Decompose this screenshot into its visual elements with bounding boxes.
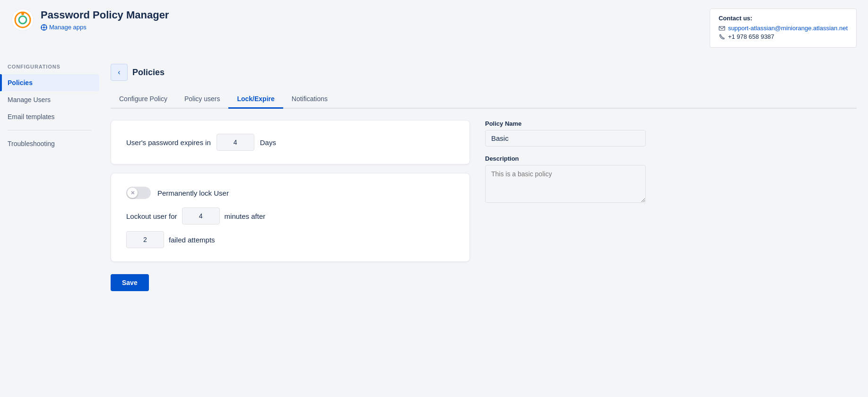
toggle-x-icon: ✕	[130, 190, 135, 196]
description-label: Description	[485, 155, 646, 162]
sidebar-item-troubleshooting-label: Troubleshooting	[8, 140, 55, 147]
back-arrow-icon: ‹	[118, 68, 120, 77]
expire-card: User's password expires in Days	[111, 120, 470, 164]
app-logo-icon	[11, 9, 34, 31]
lockout-card: ✕ Permanently lock User Lockout user for…	[111, 173, 470, 262]
svg-point-8	[41, 26, 42, 27]
svg-point-3	[21, 12, 24, 15]
sidebar: CONFIGURATIONS Policies Manage Users Ema…	[0, 54, 99, 397]
sidebar-section-label: CONFIGURATIONS	[0, 64, 99, 74]
lockout-unit-label: minutes after	[225, 212, 266, 220]
page-title: Policies	[132, 68, 165, 78]
svg-point-6	[43, 25, 44, 26]
contact-box: Contact us: support-atlassian@miniorange…	[710, 9, 857, 48]
svg-point-9	[45, 26, 46, 27]
manage-apps-label: Manage apps	[49, 24, 87, 31]
contact-email-row: support-atlassian@miniorange.atlassian.n…	[719, 25, 848, 32]
sidebar-item-manage-users[interactable]: Manage Users	[0, 91, 99, 108]
contact-phone-row: +1 978 658 9387	[719, 33, 848, 40]
lockout-for-label: Lockout user for	[126, 212, 177, 220]
lockout-attempts-label: failed attempts	[169, 236, 215, 244]
permanently-lock-label: Permanently lock User	[157, 189, 229, 197]
contact-title: Contact us:	[719, 15, 848, 22]
manage-apps-link[interactable]: Manage apps	[41, 24, 169, 31]
sidebar-divider	[8, 130, 92, 130]
back-button[interactable]: ‹	[111, 64, 128, 81]
tab-lock-expire[interactable]: Lock/Expire	[228, 90, 283, 109]
svg-point-7	[43, 29, 44, 30]
svg-point-5	[43, 26, 45, 28]
sidebar-item-manage-users-label: Manage Users	[8, 96, 51, 104]
app-title: Password Policy Manager	[41, 9, 169, 21]
main-layout: CONFIGURATIONS Policies Manage Users Ema…	[0, 54, 868, 397]
header-left: Password Policy Manager Manage apps	[11, 9, 169, 31]
lockout-attempts-row: failed attempts	[126, 231, 454, 248]
phone-icon	[719, 34, 725, 40]
content-area: ‹ Policies Configure Policy Policy users…	[99, 54, 868, 397]
sidebar-item-policies-label: Policies	[8, 79, 33, 86]
tab-policy-users[interactable]: Policy users	[176, 90, 228, 109]
header-title-block: Password Policy Manager Manage apps	[41, 9, 169, 30]
permanently-lock-toggle[interactable]: ✕	[126, 187, 151, 199]
manage-apps-icon	[41, 24, 47, 31]
expire-label-before: User's password expires in	[126, 138, 211, 147]
expire-label-after: Days	[260, 138, 276, 147]
tab-notifications[interactable]: Notifications	[283, 90, 336, 109]
page-header: ‹ Policies	[111, 64, 857, 81]
lockout-duration-row: Lockout user for minutes after	[126, 207, 454, 224]
tabs-bar: Configure Policy Policy users Lock/Expir…	[111, 90, 857, 109]
header: Password Policy Manager Manage apps Cont…	[0, 0, 868, 54]
lockout-attempts-input[interactable]	[126, 231, 164, 248]
toggle-track: ✕	[126, 187, 151, 199]
save-button[interactable]: Save	[111, 274, 149, 291]
expire-row: User's password expires in Days	[126, 134, 454, 151]
description-textarea[interactable]	[485, 165, 646, 203]
contact-phone: +1 978 658 9387	[728, 33, 774, 40]
policy-name-value: Basic	[485, 130, 646, 147]
email-icon	[719, 25, 725, 32]
sidebar-item-email-templates-label: Email templates	[8, 113, 55, 121]
content-body: User's password expires in Days ✕	[111, 120, 857, 291]
toggle-thumb: ✕	[127, 188, 138, 198]
policy-name-label: Policy Name	[485, 120, 646, 127]
sidebar-item-policies[interactable]: Policies	[0, 74, 99, 91]
tab-configure-policy[interactable]: Configure Policy	[111, 90, 176, 109]
content-side: Policy Name Basic Description	[485, 120, 646, 205]
toggle-container: ✕ Permanently lock User	[126, 187, 454, 199]
sidebar-item-email-templates[interactable]: Email templates	[0, 108, 99, 125]
lockout-rows: Lockout user for minutes after failed at…	[126, 207, 454, 248]
lockout-duration-input[interactable]	[182, 207, 220, 224]
expire-value-input[interactable]	[217, 134, 254, 151]
sidebar-item-troubleshooting[interactable]: Troubleshooting	[0, 135, 99, 152]
content-main: User's password expires in Days ✕	[111, 120, 470, 291]
contact-email[interactable]: support-atlassian@miniorange.atlassian.n…	[728, 25, 848, 32]
